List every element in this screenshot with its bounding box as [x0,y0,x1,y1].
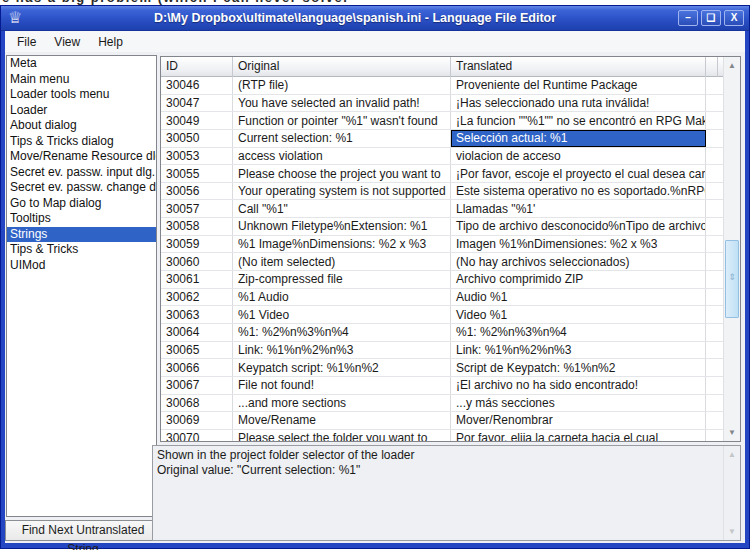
table-row[interactable]: 30065Link: %1%n%2%n%3Link: %1%n%2%n%3 [161,342,723,360]
table-row[interactable]: 30061Zip-compressed fileArchivo comprimi… [161,271,723,289]
cell-id[interactable]: 30069 [161,412,233,429]
cell-id[interactable]: 30061 [161,271,233,288]
cell-id[interactable]: 30056 [161,183,233,200]
cell-translated[interactable]: %1: %2%n%3%n%4 [451,324,706,341]
cell-original[interactable]: access violation [233,148,451,165]
title-bar[interactable]: ♕ D:\My Dropbox\ultimate\language\spanis… [1,6,749,31]
cell-translated[interactable]: Script de Keypatch: %1%n%2 [451,359,706,376]
cell-id[interactable]: 30066 [161,359,233,376]
cell-translated[interactable]: ¡El archivo no ha sido encontrado! [451,377,706,394]
table-row[interactable]: 30063%1 VideoVideo %1 [161,306,723,324]
cell-translated[interactable]: Este sistema operativo no es soportado.%… [451,183,706,200]
cell-id[interactable]: 30046 [161,77,233,94]
cell-original[interactable]: (RTP file) [233,77,451,94]
sidebar-item-tooltips[interactable]: Tooltips [7,211,156,227]
table-row[interactable]: 30055Please choose the project you want … [161,165,723,183]
cell-translated[interactable]: Imagen %1%nDimensiones: %2 x %3 [451,236,706,253]
menu-view[interactable]: View [45,32,89,52]
sidebar-item-tips-tricks-dialog[interactable]: Tips & Tricks dialog [7,134,156,150]
scroll-up-icon[interactable]: ▲ [724,57,740,74]
sidebar-item-main-menu[interactable]: Main menu [7,72,156,88]
sidebar-item-go-to-map-dialog[interactable]: Go to Map dialog [7,196,156,212]
column-header-original[interactable]: Original [233,57,451,77]
cell-original[interactable]: Move/Rename [233,412,451,429]
cell-id[interactable]: 30070 [161,430,233,441]
sidebar-item-meta[interactable]: Meta [7,56,156,72]
cell-original[interactable]: Current selection: %1 [233,130,451,147]
cell-translated[interactable]: Selección actual: %1 [451,130,706,147]
sidebar-item-loader-tools-menu[interactable]: Loader tools menu [7,87,156,103]
cell-id[interactable]: 30062 [161,289,233,306]
cell-translated[interactable]: ...y más secciones [451,395,706,412]
cell-id[interactable]: 30064 [161,324,233,341]
cell-original[interactable]: Please select the folder you want to [233,430,451,441]
sidebar-item-loader[interactable]: Loader [7,103,156,119]
menu-file[interactable]: File [8,32,45,52]
cell-id[interactable]: 30058 [161,218,233,235]
cell-id[interactable]: 30057 [161,200,233,217]
cell-original[interactable]: You have selected an invalid path! [233,95,451,112]
table-row[interactable]: 30068...and more sections...y más seccio… [161,395,723,413]
cell-translated[interactable]: ¡La funcion ""%1"" no se encontró en RPG… [451,112,706,129]
table-row[interactable]: 30053access violationviolacion de acceso [161,148,723,166]
table-row[interactable]: 30064%1: %2%n%3%n%4%1: %2%n%3%n%4 [161,324,723,342]
scroll-down-icon[interactable]: ▼ [724,424,740,441]
sidebar-item-strings[interactable]: Strings [7,227,156,243]
cell-original[interactable]: ...and more sections [233,395,451,412]
cell-translated[interactable]: Video %1 [451,306,706,323]
sidebar-item-secret-ev-passw-change-dlg[interactable]: Secret ev. passw. change dlg. [7,180,156,196]
cell-translated[interactable]: ¡Has seleccionado una ruta inválida! [451,95,706,112]
column-header-translated[interactable]: Translated [451,57,706,77]
sidebar-item-about-dialog[interactable]: About dialog [7,118,156,134]
table-row[interactable]: 30066Keypatch script: %1%n%2Script de Ke… [161,359,723,377]
section-list[interactable]: MetaMain menuLoader tools menuLoaderAbou… [6,55,157,517]
table-row[interactable]: 30062%1 AudioAudio %1 [161,289,723,307]
table-row[interactable]: 30046(RTP file)Proveniente del Runtime P… [161,77,723,95]
cell-id[interactable]: 30049 [161,112,233,129]
cell-translated[interactable]: Tipo de archivo desconocido%nTipo de arc… [451,218,706,235]
cell-original[interactable]: (No item selected) [233,253,451,270]
scrollbar-thumb[interactable]: ⇕ [725,240,739,318]
cell-original[interactable]: Unknown Filetype%nExtension: %1 [233,218,451,235]
table-row[interactable]: 30049Function or pointer "%1" wasn't fou… [161,112,723,130]
cell-translated[interactable]: ¡Por favor, escoje el proyecto el cual d… [451,165,706,182]
table-row[interactable]: 30059%1 Image%nDimensions: %2 x %3Imagen… [161,236,723,254]
cell-original[interactable]: File not found! [233,377,451,394]
cell-id[interactable]: 30060 [161,253,233,270]
table-row[interactable]: 30050Current selection: %1Selección actu… [161,130,723,148]
cell-id[interactable]: 30055 [161,165,233,182]
table-row[interactable]: 30057Call "%1"Llamadas "%1' [161,200,723,218]
cell-translated[interactable]: Por favor, elija la carpeta hacia el cua… [451,430,706,441]
cell-original[interactable]: Your operating system is not supported [233,183,451,200]
cell-id[interactable]: 30065 [161,342,233,359]
cell-id[interactable]: 30059 [161,236,233,253]
table-row[interactable]: 30047You have selected an invalid path!¡… [161,95,723,113]
sidebar-item-tips-tricks[interactable]: Tips & Tricks [7,242,156,258]
cell-original[interactable]: Keypatch script: %1%n%2 [233,359,451,376]
table-row[interactable]: 30060(No item selected)(No hay archivos … [161,253,723,271]
cell-translated[interactable]: Llamadas "%1' [451,200,706,217]
strings-table[interactable]: ID Original Translated 30046(RTP file)Pr… [160,56,741,442]
cell-original[interactable]: Zip-compressed file [233,271,451,288]
cell-translated[interactable]: Proveniente del Runtime Package [451,77,706,94]
cell-translated[interactable]: Audio %1 [451,289,706,306]
sidebar-item-uimod[interactable]: UIMod [7,258,156,274]
cell-original[interactable]: Call "%1" [233,200,451,217]
cell-id[interactable]: 30068 [161,395,233,412]
close-button[interactable]: X [724,10,744,26]
cell-translated[interactable]: Archivo comprimido ZIP [451,271,706,288]
cell-id[interactable]: 30053 [161,148,233,165]
cell-original[interactable]: %1 Audio [233,289,451,306]
cell-id[interactable]: 30067 [161,377,233,394]
cell-translated[interactable]: Mover/Renombrar [451,412,706,429]
cell-original[interactable]: %1 Image%nDimensions: %2 x %3 [233,236,451,253]
table-vertical-scrollbar[interactable]: ▲ ⇕ ▼ [723,57,740,441]
table-row[interactable]: 30067File not found!¡El archivo no ha si… [161,377,723,395]
find-next-untranslated-button[interactable]: Find Next Untranslated String [5,520,161,541]
sidebar-item-secret-ev-passw-input-dlg[interactable]: Secret ev. passw. input dlg. [7,165,156,181]
table-row[interactable]: 30056Your operating system is not suppor… [161,183,723,201]
cell-original[interactable]: Link: %1%n%2%n%3 [233,342,451,359]
cell-translated[interactable]: Link: %1%n%2%n%3 [451,342,706,359]
cell-translated[interactable]: (No hay archivos seleccionados) [451,253,706,270]
table-row[interactable]: 30058Unknown Filetype%nExtension: %1Tipo… [161,218,723,236]
